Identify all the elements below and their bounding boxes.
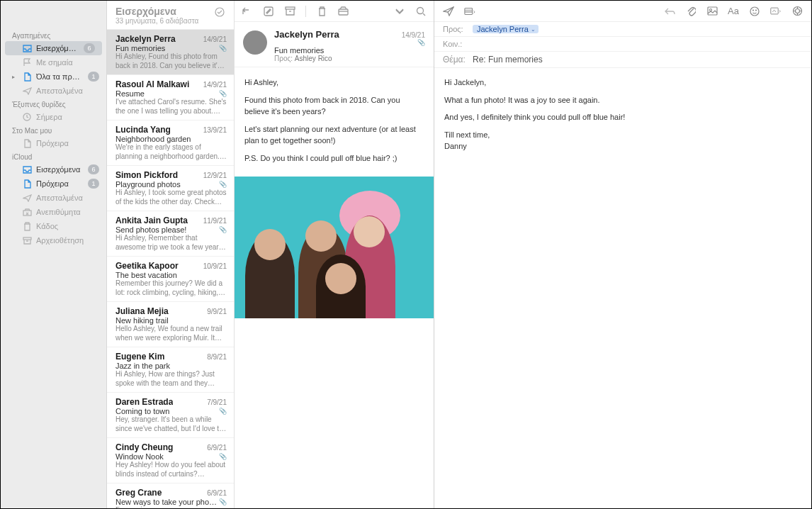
sent-icon bbox=[22, 86, 32, 96]
sidebar-item-label: Κάδος bbox=[36, 222, 99, 230]
compose-body-paragraph: What a fun photo! It was a joy to see it… bbox=[444, 94, 801, 106]
message-list-item[interactable]: Daren Estrada 7/9/21 Coming to town 📎 He… bbox=[107, 393, 234, 438]
message-list-header: Εισερχόμενα 33 μηνύματα, 6 αδιάβαστα bbox=[107, 1, 234, 30]
sidebar-item[interactable]: Απεσταλμένα bbox=[1, 191, 106, 205]
message-list-item[interactable]: Eugene Kim 8/9/21 Jazz in the park Hi As… bbox=[107, 347, 234, 393]
reader-toolbar bbox=[235, 1, 434, 22]
reply-icon[interactable] bbox=[242, 6, 253, 17]
reader-sender: Jackelyn Perra bbox=[274, 29, 339, 40]
sidebar-item[interactable]: Εισερχόμενα6 bbox=[1, 162, 106, 177]
count-badge: 6 bbox=[84, 43, 95, 53]
sidebar-item[interactable]: Σήμερα bbox=[1, 110, 106, 124]
message-subject: Playground photos bbox=[115, 180, 181, 189]
emoji-icon[interactable] bbox=[749, 6, 760, 17]
message-preview: Hey, stranger. It's been a while since w… bbox=[115, 415, 227, 433]
sidebar-item[interactable]: Ανεπιθύμητα bbox=[1, 205, 106, 219]
reader-subject: Fun memories bbox=[274, 46, 425, 55]
message-date: 14/9/21 bbox=[203, 81, 227, 89]
subject-field[interactable]: Θέμα: Re: Fun memories bbox=[434, 52, 811, 68]
archive-icon bbox=[22, 235, 32, 245]
message-subject: The best vacation bbox=[115, 271, 177, 279]
sidebar-item-label: Ανεπιθύμητα bbox=[36, 208, 99, 216]
svg-point-10 bbox=[709, 9, 711, 11]
sidebar-item[interactable]: Πρόχειρα1 bbox=[1, 177, 106, 191]
message-sender: Jackelyn Perra bbox=[115, 34, 176, 44]
message-preview: We're in the early stages of planning a … bbox=[115, 143, 227, 161]
sidebar-group-title: iCloud bbox=[1, 150, 106, 162]
message-list-item[interactable]: Lucinda Yang 13/9/21 Neighborhood garden… bbox=[107, 121, 234, 166]
message-sender: Greg Crane bbox=[115, 488, 162, 498]
clock-icon bbox=[22, 112, 32, 122]
junk-icon bbox=[22, 207, 32, 217]
message-date: 10/9/21 bbox=[203, 262, 227, 270]
compose-body[interactable]: Hi Jackelyn,What a fun photo! It was a j… bbox=[434, 68, 811, 161]
message-subject: Coming to town bbox=[115, 407, 169, 415]
sidebar-group-title: Αγαπημένες bbox=[1, 29, 106, 41]
message-subject: Resume bbox=[115, 89, 145, 98]
header-fields-icon[interactable] bbox=[464, 6, 475, 17]
send-icon[interactable] bbox=[443, 6, 454, 17]
sidebar-item-label: Πρόχειρα bbox=[36, 179, 84, 188]
message-sender: Eugene Kim bbox=[115, 352, 164, 362]
archive-icon[interactable] bbox=[284, 6, 295, 17]
compose-body-paragraph: Till next time, bbox=[444, 129, 801, 141]
cc-field[interactable]: Κοιν.: bbox=[434, 37, 811, 52]
message-date: 7/9/21 bbox=[207, 398, 227, 406]
paperclip-icon: 📎 bbox=[219, 498, 227, 505]
media-dropdown-icon[interactable] bbox=[770, 6, 782, 17]
markup-icon[interactable] bbox=[791, 6, 803, 17]
svg-point-13 bbox=[756, 10, 757, 11]
to-field[interactable]: Προς: Jackelyn Perra ⌄ bbox=[434, 22, 811, 37]
message-date: 14/9/21 bbox=[203, 35, 227, 43]
message-list-item[interactable]: Cindy Cheung 6/9/21 Window Nook 📎 Hey As… bbox=[107, 438, 234, 483]
message-date: 12/9/21 bbox=[203, 172, 227, 179]
message-list-item[interactable]: Geetika Kapoor 10/9/21 The best vacation… bbox=[107, 257, 234, 302]
reader-header: Jackelyn Perra 14/9/21 📎 Fun memories Πρ… bbox=[235, 22, 434, 67]
attach-icon[interactable] bbox=[685, 6, 697, 17]
message-date: 6/9/21 bbox=[207, 489, 227, 497]
sidebar-item[interactable]: Με σημαία bbox=[1, 55, 106, 69]
more-icon[interactable] bbox=[394, 6, 405, 17]
avatar bbox=[243, 30, 267, 55]
message-list[interactable]: Jackelyn Perra 14/9/21 Fun memories 📎 Hi… bbox=[107, 30, 234, 508]
sidebar-item-label: Πρόχειρα bbox=[36, 139, 99, 147]
sidebar-item[interactable]: Απεσταλμένα bbox=[1, 84, 106, 98]
filter-icon[interactable] bbox=[214, 6, 225, 18]
disclosure-arrow-icon[interactable]: ▸ bbox=[12, 74, 18, 80]
message-sender: Lucinda Yang bbox=[115, 125, 171, 135]
reader-attachment-image[interactable] bbox=[235, 177, 434, 318]
trash-icon[interactable] bbox=[316, 6, 327, 17]
sidebar-item[interactable]: Πρόχειρα bbox=[1, 136, 106, 150]
message-list-item[interactable]: Greg Crane 6/9/21 New ways to take your … bbox=[107, 483, 234, 508]
sidebar-group-title: Έξυπνες θυρίδες bbox=[1, 98, 106, 110]
doc-icon bbox=[22, 72, 32, 82]
paperclip-icon: 📎 bbox=[219, 226, 227, 233]
recipient-pill[interactable]: Jackelyn Perra ⌄ bbox=[473, 25, 538, 33]
message-list-item[interactable]: Simon Pickford 12/9/21 Playground photos… bbox=[107, 166, 234, 211]
message-subject: Window Nook bbox=[115, 452, 164, 461]
message-sender: Simon Pickford bbox=[115, 170, 178, 180]
sidebar-item[interactable]: Αρχειοθέτηση bbox=[1, 233, 106, 247]
count-badge: 1 bbox=[88, 179, 99, 189]
message-subject: Jazz in the park bbox=[115, 362, 170, 370]
message-list-item[interactable]: Ankita Jain Gupta 11/9/21 Send photos pl… bbox=[107, 211, 234, 257]
sidebar-item[interactable]: Κάδος bbox=[1, 219, 106, 233]
search-icon[interactable] bbox=[415, 6, 427, 17]
message-list-item[interactable]: Jackelyn Perra 14/9/21 Fun memories 📎 Hi… bbox=[107, 30, 234, 75]
sidebar-item[interactable]: ▸Όλα τα πρόχειρα1 bbox=[1, 69, 106, 84]
message-list-item[interactable]: Juliana Mejia 9/9/21 New hiking trail He… bbox=[107, 302, 234, 347]
sidebar-item-label: Όλα τα πρόχειρα bbox=[36, 72, 84, 81]
doc-icon bbox=[22, 138, 32, 148]
compose-icon[interactable] bbox=[263, 6, 274, 17]
sidebar-item[interactable]: Εισερχόμενα6 bbox=[5, 41, 102, 55]
chevron-down-icon[interactable]: ⌄ bbox=[531, 26, 536, 33]
inbox-icon bbox=[22, 43, 32, 53]
format-icon[interactable]: Aa bbox=[728, 6, 739, 17]
message-list-item[interactable]: Rasoul Al Malkawi 14/9/21 Resume 📎 I've … bbox=[107, 75, 234, 121]
message-subject: New ways to take your photos… bbox=[115, 498, 219, 506]
junk-icon[interactable] bbox=[337, 6, 349, 17]
reply-all-icon[interactable] bbox=[664, 6, 675, 17]
count-badge: 1 bbox=[88, 72, 99, 82]
message-preview: Συνημμένο: page1image46962368.png bbox=[115, 506, 227, 508]
photo-icon[interactable] bbox=[706, 6, 718, 17]
